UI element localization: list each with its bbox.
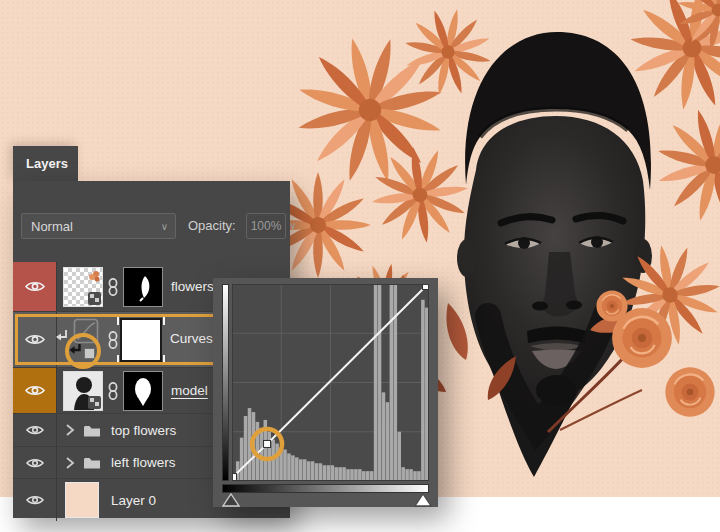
white-point-slider[interactable] <box>414 493 432 507</box>
layer-name: flowers <box>171 279 214 294</box>
folder-icon <box>83 423 101 438</box>
visibility-toggle[interactable] <box>13 479 57 521</box>
layer-name: model <box>171 383 208 398</box>
blend-mode-value: Normal <box>31 219 73 234</box>
annotation-circle <box>65 333 101 369</box>
curves-dialog <box>213 278 438 507</box>
eye-icon <box>26 494 44 506</box>
curves-chart[interactable] <box>232 284 429 481</box>
link-icon <box>107 278 119 296</box>
link-icon <box>107 331 119 349</box>
disclosure-chevron-icon[interactable] <box>65 456 75 470</box>
black-point-slider[interactable] <box>222 493 240 507</box>
eye-icon <box>25 384 45 397</box>
input-gradient-bar <box>222 484 429 493</box>
blend-mode-select[interactable]: Normal ∨ <box>21 213 176 239</box>
layer-badge-icon <box>88 396 101 409</box>
layers-panel-tab[interactable]: Layers <box>13 146 78 181</box>
eye-icon <box>25 280 45 293</box>
curves-grid[interactable] <box>232 284 429 481</box>
mask-shape <box>124 268 162 306</box>
selection-bracket <box>155 315 165 325</box>
visibility-toggle[interactable] <box>13 368 57 413</box>
eye-icon <box>25 333 45 346</box>
eye-icon <box>26 457 44 469</box>
layer-name: Layer 0 <box>111 493 156 508</box>
selection-bracket <box>117 355 127 365</box>
visibility-toggle[interactable] <box>13 312 57 367</box>
layer-thumbnail[interactable] <box>65 482 99 518</box>
layer-name: Curves <box>170 331 213 346</box>
visibility-toggle[interactable] <box>13 447 57 478</box>
layer-mask-thumbnail[interactable] <box>123 267 163 307</box>
selection-bracket <box>117 315 127 325</box>
portrait-head <box>457 32 652 477</box>
flower-sketch <box>85 269 101 285</box>
selection-bracket <box>155 355 165 365</box>
group-name: left flowers <box>111 455 176 470</box>
mask-shape <box>124 372 162 410</box>
eye-icon <box>26 424 44 436</box>
blend-options-row: Normal ∨ Opacity: 100% ∨ <box>13 211 290 241</box>
adjustment-mask-thumbnail[interactable] <box>120 318 162 362</box>
layer-thumbnail[interactable] <box>63 371 103 411</box>
layer-badge-icon <box>88 292 101 305</box>
folder-icon <box>83 455 101 470</box>
disclosure-chevron-icon[interactable] <box>65 423 75 437</box>
opacity-chevron-icon[interactable]: ∨ <box>289 213 296 239</box>
visibility-toggle[interactable] <box>13 262 57 311</box>
layer-thumbnail[interactable] <box>63 267 103 307</box>
output-gradient-bar <box>222 284 229 481</box>
group-name: top flowers <box>111 423 176 438</box>
chevron-down-icon: ∨ <box>161 214 168 240</box>
opacity-label: Opacity: <box>188 213 236 239</box>
link-icon <box>107 382 119 400</box>
opacity-input[interactable]: 100% <box>246 213 286 239</box>
visibility-toggle[interactable] <box>13 414 57 446</box>
layer-mask-thumbnail[interactable] <box>123 371 163 411</box>
